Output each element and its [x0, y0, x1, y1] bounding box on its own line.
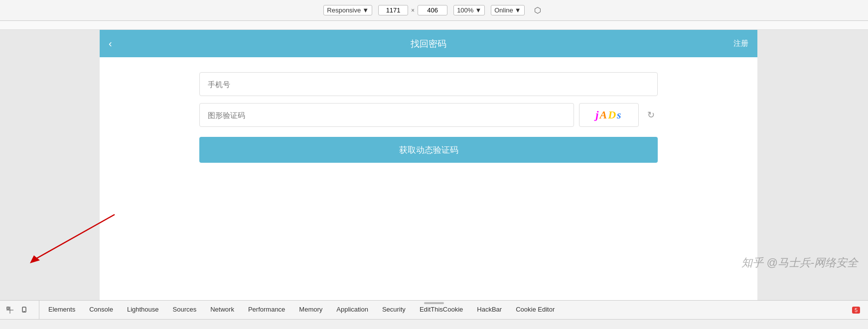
online-dropdown-icon: ▼ [515, 6, 521, 14]
captcha-char-3: D [608, 109, 617, 121]
captcha-refresh-button[interactable]: ↻ [644, 108, 658, 122]
online-dropdown[interactable]: Online ▼ [491, 5, 524, 15]
tab-lighthouse-label: Lighthouse [127, 306, 159, 313]
tab-cookie-editor[interactable]: Cookie Editor [509, 301, 562, 319]
tab-application-label: Application [336, 306, 368, 313]
zoom-dropdown-icon: ▼ [475, 6, 481, 14]
tab-cookie-editor-label: Cookie Editor [516, 306, 555, 313]
online-group: Online ▼ [491, 5, 524, 15]
form-area: jADs ↻ 获取动态验证码 [100, 57, 757, 178]
device-icon-button[interactable] [19, 304, 31, 316]
tab-console-label: Console [89, 306, 113, 313]
zoom-dropdown[interactable]: 100% ▼ [453, 5, 485, 15]
app-header: ‹ 找回密码 注册 [100, 30, 757, 57]
tab-editthiscookie-label: EditThisCookie [420, 306, 463, 313]
page-title: 找回密码 [411, 38, 446, 50]
rotate-icon: ⬡ [534, 5, 541, 15]
captcha-char-4: s [617, 109, 622, 121]
devtools-icons-group [4, 301, 39, 319]
tab-security[interactable]: Security [375, 301, 413, 319]
zoom-label: 100% [457, 6, 473, 14]
tab-sources-label: Sources [173, 306, 197, 313]
captcha-input[interactable] [199, 103, 574, 127]
tab-lighthouse[interactable]: Lighthouse [120, 301, 166, 319]
mobile-frame: ‹ 找回密码 注册 jADs ↻ 获取动态验证码 [100, 30, 757, 300]
responsive-group: Responsive ▼ [323, 5, 372, 15]
captcha-text: jADs [595, 109, 622, 121]
tab-network-label: Network [210, 306, 234, 313]
register-button[interactable]: 注册 [733, 39, 748, 48]
dimension-group: × [378, 5, 447, 15]
responsive-label: Responsive [327, 6, 361, 14]
dropdown-icon: ▼ [362, 6, 369, 14]
tab-security-label: Security [382, 306, 406, 313]
tab-application[interactable]: Application [329, 301, 375, 319]
captcha-row: jADs ↻ [199, 103, 658, 127]
get-code-button[interactable]: 获取动态验证码 [199, 137, 658, 163]
tab-performance-label: Performance [248, 306, 285, 313]
dimension-separator: × [411, 7, 415, 14]
devtools-bar: Elements Console Lighthouse Sources Netw… [0, 300, 868, 329]
inspect-icon-button[interactable] [4, 304, 16, 316]
tab-performance[interactable]: Performance [241, 301, 292, 319]
online-label: Online [494, 6, 513, 14]
tab-elements[interactable]: Elements [41, 301, 82, 319]
tab-memory[interactable]: Memory [292, 301, 329, 319]
phone-input[interactable] [199, 72, 658, 96]
tab-editthiscookie[interactable]: EditThisCookie [413, 301, 470, 319]
devtools-toolbar: Responsive ▼ × 100% ▼ Online ▼ ⬡ [0, 0, 868, 21]
zoom-group: 100% ▼ [453, 5, 485, 15]
devtools-tabs-row: Elements Console Lighthouse Sources Netw… [0, 301, 868, 320]
height-input[interactable] [418, 5, 447, 15]
error-count: 5 [855, 307, 858, 313]
main-content: ‹ 找回密码 注册 jADs ↻ 获取动态验证码 知乎 @马士兵-网络安全 [0, 30, 868, 300]
refresh-icon: ↻ [647, 110, 655, 120]
tab-memory-label: Memory [299, 306, 322, 313]
watermark: 知乎 @马士兵-网络安全 [741, 255, 858, 270]
tab-hackbar[interactable]: HackBar [470, 301, 509, 319]
captcha-char-2: A [599, 109, 608, 121]
svg-rect-2 [7, 307, 9, 309]
tab-elements-label: Elements [48, 306, 75, 313]
width-input[interactable] [378, 5, 408, 15]
tab-hackbar-label: HackBar [477, 306, 502, 313]
tab-console[interactable]: Console [82, 301, 120, 319]
tab-network[interactable]: Network [203, 301, 241, 319]
svg-marker-1 [30, 255, 40, 263]
error-count-badge: 5 [852, 307, 860, 314]
back-button[interactable]: ‹ [109, 38, 112, 49]
responsive-dropdown[interactable]: Responsive ▼ [323, 5, 372, 15]
tab-sources[interactable]: Sources [166, 301, 204, 319]
ruler [0, 21, 868, 30]
rotate-button[interactable]: ⬡ [531, 3, 545, 17]
captcha-image: jADs [579, 103, 639, 127]
